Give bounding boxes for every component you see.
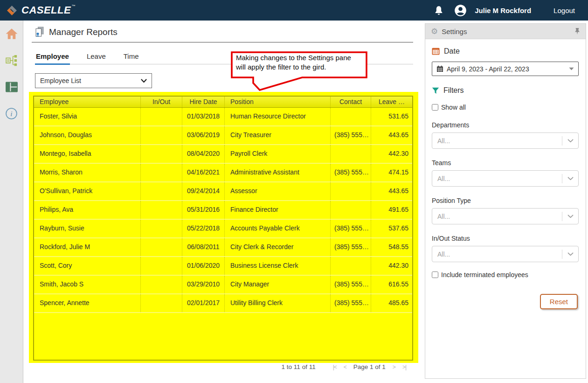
table-row[interactable]: Montego, Isabella08/04/2020Payroll Clerk… (34, 145, 412, 164)
table-row[interactable]: Smith, Jacob S03/29/2010City Manager(385… (34, 276, 412, 294)
reset-button[interactable]: Reset (540, 294, 578, 309)
table-row[interactable]: Rockford, Julie M06/08/2011City Clerk & … (34, 238, 412, 257)
teams-value: All... (432, 175, 450, 182)
settings-panel: ⚙ Settings Date (425, 23, 586, 379)
filters-section-header: Filters (432, 86, 579, 95)
chevron-down-icon (141, 79, 147, 83)
cell-contact: (385) 555… (330, 294, 371, 312)
tab-time[interactable]: Time (123, 49, 140, 64)
cell-position: Administrative Assistant (224, 164, 330, 181)
cell-hire_date: 02/01/2017 (182, 294, 224, 312)
table-row[interactable]: Scott, Cory01/06/2020Business License Cl… (34, 257, 412, 276)
chevron-down-icon (562, 252, 578, 256)
cell-position: Payroll Clerk (224, 145, 330, 163)
header-cell[interactable]: In/Out (140, 97, 182, 107)
calendar-icon-orange (432, 48, 440, 55)
cell-position: Human Resource Director (224, 108, 330, 125)
user-name[interactable]: Julie M Rockford (475, 7, 531, 14)
table-header-row: EmployeeIn/OutHire DatePositionContactLe… (34, 97, 412, 108)
cell-employee: Rockford, Julie M (34, 238, 140, 256)
include-terminated-row: Include terminated employees (432, 271, 579, 279)
cell-contact (330, 257, 371, 275)
table-row[interactable]: Spencer, Annette02/01/2017Utility Billin… (34, 294, 412, 313)
show-all-row: Show all (432, 104, 579, 111)
header-cell[interactable]: Position (224, 97, 330, 107)
cell-employee: Rayburn, Susie (34, 220, 140, 237)
notifications-bell-icon[interactable] (432, 3, 446, 17)
calendar-icon-dark (436, 65, 443, 72)
table-row[interactable]: Philips, Ava05/31/2016Finance Director49… (34, 201, 412, 220)
header-cell[interactable]: Leave … (371, 97, 412, 107)
sidebar-org-chart-icon[interactable] (5, 53, 19, 67)
filter-funnel-icon (432, 87, 439, 94)
cell-leave: 485.65 (371, 294, 412, 312)
cell-position: City Clerk & Recorder (224, 238, 330, 256)
cell-hire_date: 09/24/2014 (182, 182, 224, 200)
cell-in_out (140, 220, 182, 237)
header-cell[interactable]: Hire Date (182, 97, 224, 107)
table-row[interactable]: Rayburn, Susie05/22/2018Accounts Payable… (34, 220, 412, 238)
tab-leave[interactable]: Leave (86, 49, 107, 64)
chevron-down-icon (562, 215, 578, 218)
chevron-down-icon (562, 139, 578, 143)
date-section-label: Date (444, 47, 460, 56)
cell-employee: O'Sullivan, Patrick (34, 182, 140, 200)
next-page-icon[interactable]: > (393, 364, 395, 370)
cell-employee: Johnson, Douglas (34, 126, 140, 144)
cell-hire_date: 08/04/2020 (182, 145, 224, 163)
cell-leave: 531.65 (371, 108, 412, 125)
cell-hire_date: 03/29/2010 (182, 276, 224, 293)
gear-icon: ⚙ (431, 28, 438, 35)
cell-hire_date: 05/22/2018 (182, 220, 224, 237)
show-all-checkbox[interactable] (432, 104, 438, 111)
report-doc-icon (35, 27, 45, 37)
user-avatar-icon[interactable] (453, 3, 467, 17)
date-range-value: April 9, 2023 - April 22, 2023 (447, 65, 529, 73)
inout-status-select[interactable]: All... (432, 246, 579, 262)
header-cell[interactable]: Contact (330, 97, 371, 107)
cell-in_out (140, 145, 182, 163)
cell-contact (330, 201, 371, 219)
pagination-bar: 1 to 11 of 11 |< < Page 1 of 1 > >| (29, 363, 418, 370)
pin-icon[interactable] (574, 28, 580, 35)
cell-in_out (140, 108, 182, 125)
table-row[interactable]: Foster, Silvia01/03/2018Human Resource D… (34, 108, 412, 126)
table-row[interactable]: O'Sullivan, Patrick09/24/2014Assessor443… (34, 182, 412, 201)
cell-position: Business License Clerk (224, 257, 330, 275)
cell-in_out (140, 276, 182, 293)
cell-contact: (385) 555… (330, 238, 371, 256)
cell-leave: 443.65 (371, 182, 412, 200)
date-range-select[interactable]: April 9, 2023 - April 22, 2023 (432, 62, 579, 76)
header-cell[interactable]: Employee (34, 97, 140, 107)
position-type-select[interactable]: All... (432, 208, 579, 224)
cell-in_out (140, 164, 182, 181)
cell-hire_date: 06/08/2011 (182, 238, 224, 256)
cell-position: City Treasurer (224, 126, 330, 144)
cell-contact: (385) 555… (330, 164, 371, 181)
logout-button[interactable]: Logout (553, 7, 575, 14)
table-row[interactable]: Morris, Sharon04/16/2021Administrative A… (34, 164, 412, 182)
first-page-icon[interactable]: |< (333, 364, 337, 370)
brand-text: CASELLE™ (21, 4, 76, 16)
departments-select[interactable]: All... (432, 132, 579, 149)
page-title: Manager Reports (49, 27, 118, 37)
cell-contact: (385) 555… (330, 126, 371, 144)
include-terminated-checkbox[interactable] (432, 272, 438, 278)
cell-leave: 616.55 (371, 276, 412, 293)
sidebar-home-icon[interactable] (5, 27, 19, 41)
prev-page-icon[interactable]: < (344, 364, 346, 370)
teams-select[interactable]: All... (432, 170, 579, 187)
tab-employee[interactable]: Employee (35, 49, 70, 65)
table-row[interactable]: Johnson, Douglas03/06/2019City Treasurer… (34, 126, 412, 145)
cell-in_out (140, 257, 182, 275)
cell-leave: 548.55 (371, 238, 412, 256)
pagination-range: 1 to 11 of 11 (282, 363, 316, 370)
report-type-select[interactable]: Employee List (35, 73, 152, 88)
main-content: Manager Reports Employee Leave Time Empl… (24, 21, 425, 383)
cell-contact (330, 182, 371, 200)
cell-position: Utility Billing Clerk (224, 294, 330, 312)
table-body: Foster, Silvia01/03/2018Human Resource D… (34, 108, 412, 313)
last-page-icon[interactable]: >| (402, 364, 406, 370)
sidebar-info-icon[interactable]: i (5, 106, 19, 120)
sidebar-layout-grid-icon[interactable] (5, 80, 19, 94)
